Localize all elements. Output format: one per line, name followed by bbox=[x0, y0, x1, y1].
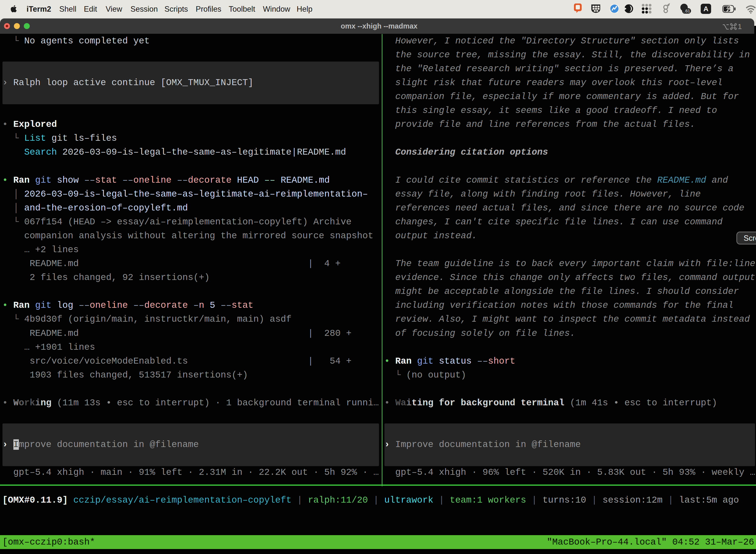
svg-text:A: A bbox=[703, 5, 708, 13]
svg-text:..61: ..61 bbox=[683, 9, 690, 13]
